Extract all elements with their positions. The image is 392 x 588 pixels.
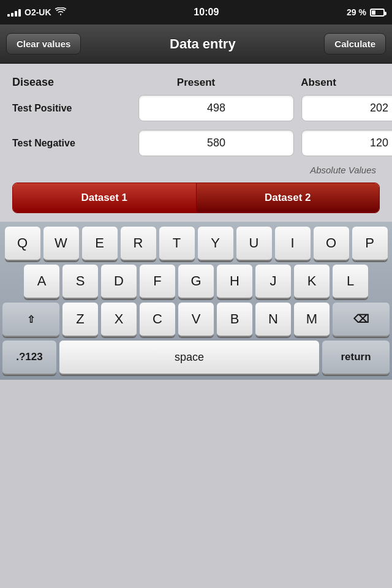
- key-B[interactable]: B: [217, 303, 252, 337]
- page-title: Data entry: [170, 36, 236, 52]
- key-R[interactable]: R: [121, 227, 156, 261]
- key-O[interactable]: O: [314, 227, 349, 261]
- test-positive-label: Test Positive: [12, 103, 135, 114]
- key-F[interactable]: F: [140, 265, 175, 299]
- keyboard-row-4: .?123 space return: [2, 341, 390, 375]
- test-positive-present-input[interactable]: [138, 95, 294, 121]
- key-M[interactable]: M: [294, 303, 330, 337]
- battery-fill: [372, 10, 375, 15]
- key-A[interactable]: A: [24, 265, 59, 299]
- data-table: Disease Present Absent Test Positive Tes…: [12, 76, 380, 175]
- key-K[interactable]: K: [294, 265, 330, 299]
- carrier-label: O2-UK: [24, 7, 51, 17]
- clear-values-button[interactable]: Clear values: [6, 33, 81, 55]
- key-G[interactable]: G: [178, 265, 214, 299]
- nav-bar: Clear values Data entry Calculate: [0, 24, 392, 64]
- numbers-key[interactable]: .?123: [2, 341, 56, 375]
- key-S[interactable]: S: [62, 265, 98, 299]
- calculate-button[interactable]: Calculate: [324, 33, 386, 55]
- keyboard-row-1: Q W E R T Y U I O P: [2, 227, 390, 261]
- status-bar: O2-UK 10:09 29 %: [0, 0, 392, 24]
- disease-header: Disease: [12, 76, 135, 89]
- shift-key[interactable]: ⇧: [2, 303, 59, 337]
- battery-percent: 29 %: [347, 7, 366, 17]
- table-row-positive: Test Positive: [12, 95, 380, 121]
- test-negative-label: Test Negative: [12, 138, 135, 149]
- absolute-values-label: Absolute Values: [12, 165, 380, 175]
- wifi-icon: [55, 7, 66, 18]
- key-X[interactable]: X: [101, 303, 137, 337]
- dataset-tabs: Dataset 1 Dataset 2: [12, 183, 380, 213]
- keyboard-row-3: ⇧ Z X C V B N M ⌫: [2, 303, 390, 337]
- present-header: Present: [135, 77, 257, 89]
- status-left: O2-UK: [7, 7, 66, 18]
- delete-key[interactable]: ⌫: [333, 303, 390, 337]
- test-positive-absent-input[interactable]: [301, 95, 392, 121]
- table-row-negative: Test Negative: [12, 130, 380, 156]
- key-N[interactable]: N: [255, 303, 291, 337]
- status-right: 29 %: [347, 7, 385, 17]
- space-key[interactable]: space: [59, 341, 319, 375]
- key-Q[interactable]: Q: [5, 227, 40, 261]
- signal-bar-1: [7, 14, 10, 17]
- test-negative-absent-input[interactable]: [301, 130, 392, 156]
- status-time: 10:09: [194, 7, 219, 18]
- key-U[interactable]: U: [236, 227, 272, 261]
- key-T[interactable]: T: [159, 227, 195, 261]
- signal-bar-3: [15, 11, 17, 17]
- key-E[interactable]: E: [82, 227, 118, 261]
- test-negative-present-input[interactable]: [138, 130, 294, 156]
- table-header-row: Disease Present Absent: [12, 76, 380, 89]
- signal-bar-4: [18, 9, 21, 17]
- key-Z[interactable]: Z: [62, 303, 98, 337]
- key-P[interactable]: P: [352, 227, 388, 261]
- key-D[interactable]: D: [101, 265, 137, 299]
- keyboard: Q W E R T Y U I O P A S D F G H J K L ⇧ …: [0, 222, 392, 380]
- key-W[interactable]: W: [43, 227, 79, 261]
- signal-bars: [7, 8, 21, 17]
- main-content: Disease Present Absent Test Positive Tes…: [0, 64, 392, 222]
- tab-dataset2[interactable]: Dataset 2: [197, 183, 380, 213]
- key-V[interactable]: V: [178, 303, 214, 337]
- return-key[interactable]: return: [322, 341, 390, 375]
- signal-bar-2: [11, 13, 13, 17]
- key-Y[interactable]: Y: [198, 227, 233, 261]
- tab-dataset1[interactable]: Dataset 1: [13, 183, 196, 213]
- key-L[interactable]: L: [333, 265, 368, 299]
- key-C[interactable]: C: [140, 303, 175, 337]
- absent-header: Absent: [257, 77, 380, 89]
- key-H[interactable]: H: [217, 265, 252, 299]
- keyboard-row-2: A S D F G H J K L: [2, 265, 390, 299]
- key-J[interactable]: J: [255, 265, 291, 299]
- key-I[interactable]: I: [275, 227, 311, 261]
- battery-icon: [370, 9, 385, 17]
